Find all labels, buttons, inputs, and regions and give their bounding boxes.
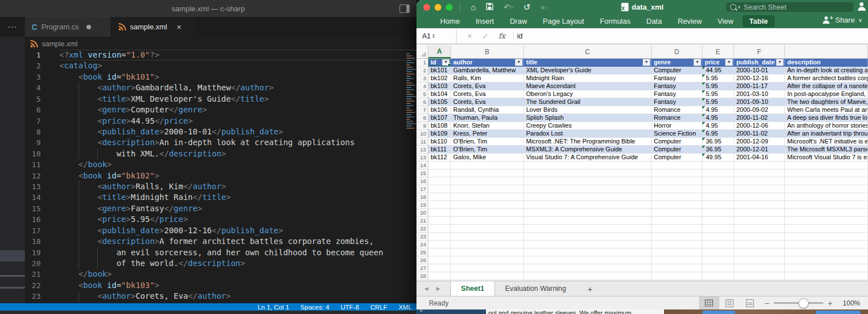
page-layout-view-button[interactable] bbox=[719, 296, 740, 309]
cell[interactable] bbox=[702, 169, 734, 177]
row-number[interactable]: 19 bbox=[416, 201, 428, 209]
cell[interactable] bbox=[652, 233, 702, 241]
cell[interactable] bbox=[734, 225, 785, 233]
ribbon-tab-table[interactable]: Table bbox=[743, 15, 775, 27]
toggle-panel-icon[interactable] bbox=[400, 5, 410, 13]
cell[interactable] bbox=[702, 248, 734, 256]
row-number[interactable]: 20 bbox=[416, 209, 428, 217]
row-number[interactable]: 24 bbox=[416, 241, 428, 248]
code-line[interactable]: <publish_date>2000-10-01</publish_date> bbox=[59, 127, 416, 137]
name-box[interactable]: A1 ▲▼ bbox=[416, 28, 452, 43]
code-line[interactable]: with XML.</description> bbox=[59, 149, 416, 159]
cell[interactable] bbox=[652, 256, 702, 264]
cell[interactable] bbox=[451, 169, 524, 177]
code-line[interactable]: <catalog> bbox=[59, 60, 416, 71]
cell[interactable]: Thurman, Paula bbox=[451, 114, 524, 122]
cell[interactable]: bk108 bbox=[428, 122, 451, 130]
cell[interactable]: 44.95 bbox=[702, 67, 734, 75]
cell[interactable]: In post-apocalypse England, t bbox=[785, 90, 868, 98]
cell[interactable]: O'Brien, Tim bbox=[451, 146, 524, 154]
cell[interactable] bbox=[428, 177, 451, 185]
cell[interactable] bbox=[428, 225, 451, 233]
cell[interactable]: Computer bbox=[652, 138, 702, 146]
cell[interactable]: Computer bbox=[652, 154, 702, 162]
cell[interactable]: Fantasy bbox=[652, 82, 702, 90]
cell[interactable]: The Sundered Grail bbox=[524, 98, 652, 106]
cell[interactable]: A deep sea diver finds true lov bbox=[785, 114, 868, 122]
cell[interactable] bbox=[652, 248, 702, 256]
cell[interactable] bbox=[652, 217, 702, 225]
code-line[interactable]: <description>A former architect battles … bbox=[59, 236, 416, 247]
cell[interactable] bbox=[451, 217, 524, 225]
cell[interactable] bbox=[428, 233, 451, 241]
redo-icon[interactable]: ↺ bbox=[523, 0, 531, 14]
excel-titlebar[interactable]: ⌂ ↶˅ ↺ ≡⌄ data_xml ∨ Search Sheet bbox=[416, 0, 868, 14]
zoom-percent[interactable]: 100% bbox=[843, 299, 860, 307]
cell[interactable]: bk105 bbox=[428, 98, 451, 106]
cell[interactable]: 2000-11-17 bbox=[734, 82, 785, 90]
cell[interactable] bbox=[652, 193, 702, 201]
code-line[interactable]: of the world.</description> bbox=[59, 258, 416, 269]
row-number[interactable]: 6 bbox=[416, 98, 428, 106]
cell[interactable]: Microsoft's .NET initiative is ex bbox=[785, 138, 868, 146]
column-header-overflow[interactable] bbox=[785, 45, 868, 58]
cell[interactable]: 36.95 bbox=[702, 146, 734, 154]
sheet-tab-sheet1[interactable]: Sheet1 bbox=[450, 281, 495, 296]
header-cell[interactable]: publish_date▼ bbox=[734, 59, 785, 67]
cell[interactable] bbox=[785, 217, 868, 225]
row-number[interactable]: 26 bbox=[416, 256, 428, 264]
cell[interactable] bbox=[734, 241, 785, 248]
row-number[interactable]: 11 bbox=[416, 138, 428, 146]
cell[interactable] bbox=[785, 248, 868, 256]
status-item[interactable]: Spaces: 4 bbox=[301, 304, 329, 311]
cell[interactable] bbox=[524, 217, 652, 225]
name-box-spinner[interactable]: ▲▼ bbox=[432, 33, 435, 39]
cell[interactable]: Oberon's Legacy bbox=[524, 90, 652, 98]
breadcrumb[interactable]: sample.xml bbox=[25, 37, 422, 51]
tab-sample-xml[interactable]: sample.xml × bbox=[111, 17, 198, 37]
code-line[interactable]: <?xml version="1.0"?> bbox=[59, 50, 416, 60]
cell[interactable]: O'Brien, Tim bbox=[451, 138, 524, 146]
cell[interactable] bbox=[428, 209, 451, 217]
cell[interactable] bbox=[785, 209, 868, 217]
save-icon[interactable] bbox=[486, 0, 493, 14]
cell[interactable]: 2000-12-16 bbox=[734, 75, 785, 82]
cell[interactable] bbox=[734, 264, 785, 272]
cell[interactable] bbox=[524, 193, 652, 201]
row-number[interactable]: 17 bbox=[416, 185, 428, 193]
cell[interactable] bbox=[702, 185, 734, 193]
cell[interactable] bbox=[785, 177, 868, 185]
column-header-C[interactable]: C bbox=[524, 45, 652, 58]
prev-sheet-icon[interactable]: ◀ bbox=[424, 286, 428, 291]
cell[interactable] bbox=[702, 201, 734, 209]
cell[interactable] bbox=[652, 264, 702, 272]
cell[interactable]: Galos, Mike bbox=[451, 154, 524, 162]
cell[interactable]: 2001-04-16 bbox=[734, 154, 785, 162]
cell[interactable]: 2001-03-10 bbox=[734, 90, 785, 98]
row-number[interactable]: 3 bbox=[416, 75, 428, 82]
filter-dropdown-icon[interactable]: ▼ bbox=[442, 59, 450, 66]
cell[interactable]: bk104 bbox=[428, 90, 451, 98]
cell[interactable] bbox=[785, 185, 868, 193]
code-line[interactable]: <book id="bk102"> bbox=[59, 171, 416, 181]
code-line[interactable]: <genre>Computer</genre> bbox=[59, 104, 416, 115]
cell[interactable]: 2000-10-01 bbox=[734, 67, 785, 75]
row-number[interactable]: 8 bbox=[416, 114, 428, 122]
cell[interactable] bbox=[785, 162, 868, 169]
cell[interactable] bbox=[428, 201, 451, 209]
filter-dropdown-icon[interactable]: ▼ bbox=[693, 59, 701, 66]
cell[interactable]: Romance bbox=[652, 114, 702, 122]
cell[interactable] bbox=[734, 209, 785, 217]
cell[interactable]: bk103 bbox=[428, 82, 451, 90]
cell[interactable] bbox=[428, 162, 451, 169]
cell[interactable] bbox=[524, 201, 652, 209]
cell[interactable] bbox=[734, 169, 785, 177]
cell[interactable] bbox=[428, 193, 451, 201]
cell[interactable] bbox=[702, 241, 734, 248]
code-line[interactable]: <author>Ralls, Kim</author> bbox=[59, 181, 416, 192]
cell[interactable]: Fantasy bbox=[652, 75, 702, 82]
cell[interactable] bbox=[451, 201, 524, 209]
column-header-D[interactable]: D bbox=[652, 45, 702, 58]
row-number[interactable]: 2 bbox=[416, 67, 428, 75]
cell[interactable]: 49.95 bbox=[702, 154, 734, 162]
